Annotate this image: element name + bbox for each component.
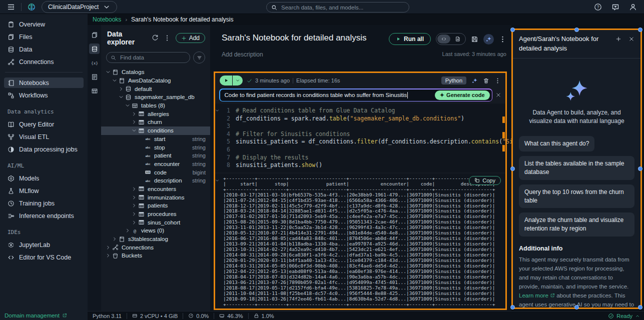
delete-cell-icon[interactable] bbox=[483, 78, 489, 84]
tree-item-default[interactable]: default bbox=[101, 84, 210, 93]
selection-handle[interactable] bbox=[510, 166, 515, 171]
rail-braces-button[interactable]: {x} bbox=[89, 58, 100, 68]
chevron-right-icon[interactable] bbox=[125, 228, 131, 234]
suggestion-chip-2[interactable]: List the tables available in the sample … bbox=[519, 156, 634, 180]
tree-item-immunizations[interactable]: immunizations bbox=[101, 193, 210, 202]
tree-item-code[interactable]: 123codebigint bbox=[101, 168, 210, 176]
global-search[interactable] bbox=[266, 2, 409, 12]
selection-handle[interactable] bbox=[510, 28, 515, 32]
menu-icon[interactable] bbox=[7, 3, 15, 11]
suggestion-chip-3[interactable]: Query the top 10 rows from the churn tab… bbox=[519, 184, 634, 208]
tree-item-encounter[interactable]: abcencounterstring bbox=[101, 160, 210, 168]
sidebar-item-models[interactable]: Models bbox=[4, 173, 84, 184]
chevron-right-icon[interactable] bbox=[118, 86, 124, 92]
domain-management-link[interactable]: Domain management bbox=[0, 311, 88, 320]
tree-item-patient[interactable]: abcpatientstring bbox=[101, 152, 210, 160]
save-icon[interactable] bbox=[471, 36, 478, 43]
status-python-3-11[interactable]: Python 3.11 bbox=[92, 313, 127, 319]
selection-handle[interactable] bbox=[574, 305, 579, 310]
sidebar-item-training-jobs[interactable]: Training jobs bbox=[4, 198, 84, 208]
close-prompt-icon[interactable] bbox=[495, 92, 501, 98]
run-options-button[interactable] bbox=[233, 76, 243, 86]
code-editor[interactable]: 1# Read conditions table from Glue Data … bbox=[215, 104, 505, 172]
sidebar-item-data-processing-jobs[interactable]: Data processing jobs bbox=[4, 144, 84, 154]
sidebar-item-connections[interactable]: Connections bbox=[4, 56, 84, 67]
chevron-right-icon[interactable] bbox=[131, 119, 137, 125]
chevron-right-icon[interactable] bbox=[131, 220, 137, 226]
run-all-button[interactable]: Run all bbox=[389, 33, 431, 45]
collapse-code-icon[interactable] bbox=[215, 108, 220, 112]
chevron-right-icon[interactable] bbox=[131, 194, 137, 200]
suggestion-chip-4[interactable]: Analyze the churn table and visualize re… bbox=[519, 212, 634, 236]
tree-item-sagemaker-sample-db[interactable]: sagemaker_sample_db bbox=[101, 93, 210, 102]
search-input[interactable] bbox=[280, 4, 404, 11]
kernel-ready-status[interactable]: Ready bbox=[608, 313, 640, 319]
close-panel-icon[interactable] bbox=[628, 36, 634, 42]
ai-prompt-input[interactable]: Code to find patient records in conditio… bbox=[220, 90, 492, 101]
refresh-icon[interactable] bbox=[152, 34, 159, 42]
status-2-vcpu-4-gib[interactable]: 2 vCPU • 4 GiB bbox=[127, 313, 183, 319]
chevron-down-icon[interactable] bbox=[112, 78, 118, 84]
rail-database-button[interactable] bbox=[89, 44, 100, 54]
doc-view-toggle[interactable] bbox=[451, 34, 464, 44]
tree-item-encounters[interactable]: encounters bbox=[101, 185, 210, 194]
info-link[interactable]: Learn more bbox=[519, 292, 548, 298]
sidebar-item-workflows[interactable]: Workflows bbox=[4, 90, 84, 100]
suggestion-chip-1[interactable]: What can this agent do? bbox=[519, 136, 594, 152]
sidebar-item-query-editor[interactable]: Query Editor bbox=[4, 119, 84, 130]
sidebar-item-notebooks[interactable]: Notebooks bbox=[4, 78, 84, 88]
sidebar-item-data[interactable]: Data bbox=[4, 44, 84, 54]
selection-handle[interactable] bbox=[638, 166, 642, 171]
tree-item-awsdatacatalog[interactable]: AwsDataCatalog bbox=[101, 76, 210, 85]
chevron-right-icon[interactable] bbox=[131, 202, 137, 208]
run-cell-button[interactable] bbox=[220, 76, 232, 86]
status-1-0-[interactable]: 1.0% bbox=[249, 313, 279, 319]
selection-handle[interactable] bbox=[574, 28, 579, 32]
tree-item-views-0-[interactable]: @views (0) bbox=[101, 226, 210, 235]
kernel-badge[interactable]: Python bbox=[441, 76, 466, 84]
add-button[interactable]: Add bbox=[176, 33, 205, 43]
sparkle-icon[interactable] bbox=[471, 78, 478, 84]
copy-output-button[interactable]: Copy bbox=[469, 176, 501, 185]
tree-item-start[interactable]: abcstartstring bbox=[101, 135, 210, 144]
tree-item-allergies[interactable]: allergies bbox=[101, 110, 210, 118]
selection-handle[interactable] bbox=[638, 305, 642, 310]
kebab-menu-icon[interactable] bbox=[164, 34, 171, 42]
sidebar-item-visual-etl[interactable]: Visual ETL bbox=[4, 132, 84, 142]
rail-form-button[interactable] bbox=[89, 72, 100, 82]
tree-item-procedures[interactable]: procedures bbox=[101, 210, 210, 218]
tree-item-s3tablescatalog[interactable]: s3tablescatalog bbox=[101, 235, 210, 244]
sidebar-item-overview[interactable]: Overview bbox=[4, 19, 84, 30]
chevron-right-icon[interactable] bbox=[131, 211, 137, 217]
tree-item-stop[interactable]: abcstopstring bbox=[101, 143, 210, 152]
tree-item-connections[interactable]: Connections bbox=[101, 243, 210, 252]
collapse-output-icon[interactable] bbox=[215, 178, 220, 182]
chevron-down-icon[interactable] bbox=[131, 128, 137, 134]
help-icon[interactable]: ? bbox=[594, 3, 602, 11]
sidebar-item-inference-endpoints[interactable]: Inference endpoints bbox=[4, 210, 84, 221]
selection-handle[interactable] bbox=[638, 28, 642, 32]
feedback-icon[interactable] bbox=[611, 3, 619, 11]
tree-item-churn[interactable]: churn bbox=[101, 118, 210, 126]
rail-grid-button[interactable] bbox=[89, 86, 100, 96]
chevron-right-icon[interactable] bbox=[105, 244, 111, 250]
status-46-3-[interactable]: 46.3% bbox=[214, 313, 248, 319]
tree-item-buckets[interactable]: Buckets bbox=[101, 252, 210, 260]
tree-item-patients[interactable]: patients bbox=[101, 202, 210, 210]
ai-assistant-button[interactable] bbox=[483, 34, 494, 44]
chevron-down-icon[interactable] bbox=[125, 102, 131, 108]
project-selector[interactable]: ClinicalDataProject bbox=[42, 1, 117, 13]
tree-item-conditions[interactable]: conditions bbox=[101, 126, 210, 135]
chevron-right-icon[interactable] bbox=[112, 236, 118, 242]
sidebar-item-mlflow[interactable]: MLflow bbox=[4, 186, 84, 196]
code-view-toggle[interactable] bbox=[437, 34, 450, 44]
user-icon[interactable] bbox=[629, 3, 637, 11]
find-data-search[interactable] bbox=[106, 52, 190, 63]
selection-handle[interactable] bbox=[510, 305, 515, 310]
generate-code-button[interactable]: ✦ Generate code bbox=[435, 90, 490, 100]
chevron-right-icon[interactable] bbox=[131, 111, 137, 117]
find-data-input[interactable] bbox=[119, 54, 186, 61]
cell-menu-icon[interactable] bbox=[494, 78, 501, 84]
tree-item-sinus-cohort[interactable]: sinus_cohort bbox=[101, 218, 210, 226]
new-chat-icon[interactable] bbox=[615, 36, 621, 42]
